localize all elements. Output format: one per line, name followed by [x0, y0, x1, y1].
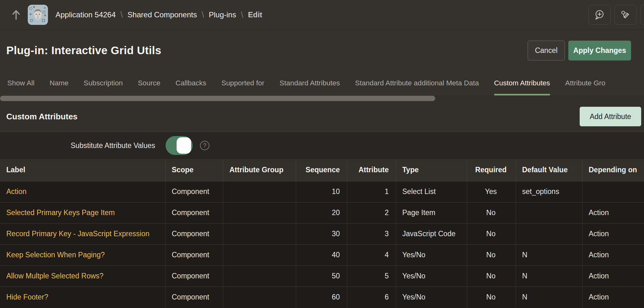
help-icon[interactable]: ? — [200, 141, 209, 150]
tab-attribute-groups[interactable]: Attribute Gro — [565, 71, 606, 95]
breadcrumb-shared-components[interactable]: Shared Components — [127, 10, 197, 19]
tab-custom-attributes[interactable]: Custom Attributes — [494, 71, 550, 95]
cell-sequence: 60 — [296, 287, 347, 308]
add-attribute-button[interactable]: Add Attribute — [580, 107, 641, 126]
cell-default-value: N — [516, 265, 582, 287]
cell-type: Yes/No — [396, 287, 467, 308]
avatar[interactable] — [28, 5, 48, 25]
breadcrumb-separator: \ — [202, 10, 204, 20]
attribute-label-link[interactable]: Action — [6, 187, 26, 196]
cell-attribute: 4 — [347, 244, 396, 265]
cell-type: Page Item — [396, 202, 467, 223]
tab-show-all[interactable]: Show All — [7, 71, 34, 95]
cell-default-value — [516, 223, 582, 244]
cell-required: Yes — [467, 181, 516, 202]
substitute-attribute-values-toggle[interactable] — [166, 136, 193, 155]
column-header-required: Required — [467, 159, 516, 181]
page-title: Plug-in: Interactive Grid Utils — [6, 44, 161, 57]
cell-type: Yes/No — [396, 265, 467, 287]
table-row: Action Component 10 1 Select List Yes se… — [0, 181, 644, 202]
breadcrumb-edit: Edit — [248, 10, 262, 19]
cell-attribute: 1 — [347, 181, 396, 202]
column-header-default-value: Default Value — [516, 159, 582, 181]
tab-source[interactable]: Source — [138, 71, 160, 95]
table-row: Selected Primary Keys Page Item Componen… — [0, 202, 644, 223]
table-row: Hide Footer? Component 60 6 Yes/No No N … — [0, 287, 644, 308]
cell-attribute: 6 — [347, 287, 396, 308]
breadcrumb: Application 54264 \ Shared Components \ … — [56, 10, 262, 20]
apply-changes-button[interactable]: Apply Changes — [568, 41, 631, 60]
flashlight-icon — [620, 9, 631, 20]
attribute-label-link[interactable]: Record Primary Key - JavaScript Expressi… — [6, 230, 149, 238]
cell-required: No — [467, 265, 516, 287]
substitute-attribute-values-row: Substitute Attribute Values ? — [0, 132, 644, 159]
substitute-attribute-values-label: Substitute Attribute Values — [0, 141, 155, 150]
cell-depending-on: Action — [582, 202, 644, 223]
attribute-label-link[interactable]: Allow Multple Selected Rows? — [6, 272, 103, 280]
attribute-label-link[interactable]: Selected Primary Keys Page Item — [6, 208, 115, 217]
cell-default-value: N — [516, 244, 582, 265]
cell-attribute: 5 — [347, 265, 396, 287]
cell-depending-on: Action — [582, 265, 644, 287]
column-header-depending-on: Depending on — [582, 159, 644, 181]
cell-required: No — [467, 244, 516, 265]
attribute-label-link[interactable]: Keep Selection When Paging? — [6, 251, 105, 259]
tab-supported-for[interactable]: Supported for — [221, 71, 264, 95]
cell-sequence: 30 — [296, 223, 347, 244]
cancel-button[interactable]: Cancel — [528, 41, 565, 60]
cell-default-value — [516, 202, 582, 223]
attribute-label-link[interactable]: Hide Footer? — [6, 293, 48, 301]
tab-callbacks[interactable]: Callbacks — [175, 71, 206, 95]
cell-scope: Component — [165, 244, 223, 265]
custom-attributes-section-header: Custom Attributes Add Attribute — [0, 101, 644, 132]
cell-attribute-group — [223, 287, 296, 308]
cell-scope: Component — [165, 265, 223, 287]
table-row: Allow Multple Selected Rows? Component 5… — [0, 265, 644, 287]
section-title: Custom Attributes — [6, 112, 78, 122]
breadcrumb-separator: \ — [241, 10, 243, 20]
clipped-toolbar-button[interactable] — [640, 5, 644, 25]
breadcrumb-application[interactable]: Application 54264 — [56, 10, 116, 19]
cell-sequence: 50 — [296, 265, 347, 287]
cell-depending-on — [582, 181, 644, 202]
cell-attribute-group — [223, 223, 296, 244]
cell-type: Yes/No — [396, 244, 467, 265]
cell-scope: Component — [165, 202, 223, 223]
column-header-attribute: Attribute — [347, 159, 396, 181]
cell-scope: Component — [165, 287, 223, 308]
cell-attribute-group — [223, 265, 296, 287]
tabs-scrollbar-track[interactable] — [0, 95, 644, 101]
top-bar: Application 54264 \ Shared Components \ … — [0, 0, 644, 30]
tab-standard-attributes[interactable]: Standard Attributes — [279, 71, 340, 95]
breadcrumb-separator: \ — [120, 10, 123, 20]
up-arrow-icon[interactable] — [11, 9, 21, 21]
cell-attribute: 2 — [347, 202, 396, 223]
cell-type: Select List — [396, 181, 467, 202]
region-tabs: Show All Name Subscription Source Callba… — [0, 71, 644, 95]
cell-depending-on: Action — [582, 223, 644, 244]
cell-required: No — [467, 223, 516, 244]
tab-standard-attribute-additional-meta-data[interactable]: Standard Attribute additional Meta Data — [355, 71, 479, 95]
cell-scope: Component — [165, 181, 223, 202]
feedback-button[interactable] — [588, 5, 611, 25]
cell-required: No — [467, 202, 516, 223]
column-header-label: Label — [0, 159, 165, 181]
tab-subscription[interactable]: Subscription — [84, 71, 123, 95]
tabs-scrollbar-thumb[interactable] — [0, 96, 435, 101]
custom-attributes-table: Label Scope Attribute Group Sequence Att… — [0, 159, 644, 308]
column-header-attribute-group: Attribute Group — [223, 159, 296, 181]
cell-attribute-group — [223, 181, 296, 202]
cell-attribute: 3 — [347, 223, 396, 244]
cell-type: JavaScript Code — [396, 223, 467, 244]
cell-scope: Component — [165, 223, 223, 244]
cell-sequence: 20 — [296, 202, 347, 223]
column-header-sequence: Sequence — [296, 159, 347, 181]
spotlight-search-button[interactable] — [614, 5, 636, 25]
breadcrumb-plug-ins[interactable]: Plug-ins — [209, 10, 236, 19]
cell-depending-on: Action — [582, 244, 644, 265]
cell-required: No — [467, 287, 516, 308]
tab-name[interactable]: Name — [50, 71, 68, 95]
page-header: Plug-in: Interactive Grid Utils Cancel A… — [0, 30, 644, 71]
column-header-type: Type — [396, 159, 467, 181]
cell-sequence: 10 — [296, 181, 347, 202]
